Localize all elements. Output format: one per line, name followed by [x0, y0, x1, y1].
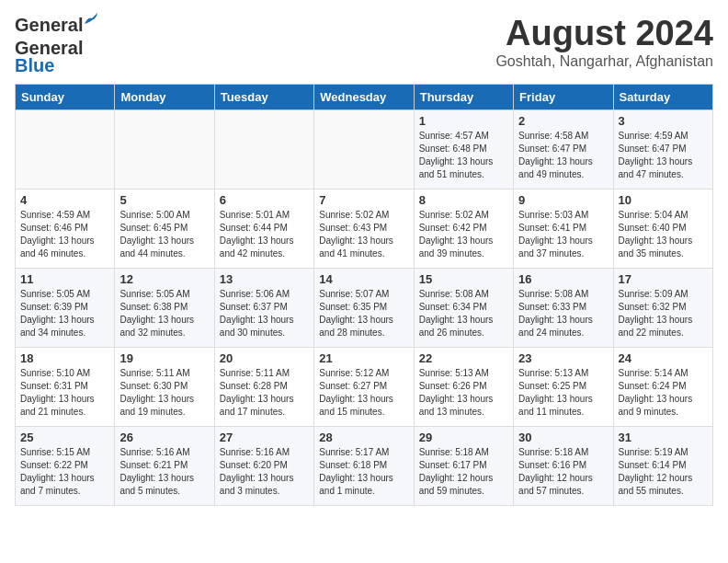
day-header: Thursday — [414, 85, 513, 110]
day-number: 14 — [319, 272, 408, 286]
day-info: Sunrise: 5:08 AM Sunset: 6:33 PM Dayligh… — [518, 288, 608, 339]
day-number: 6 — [220, 193, 309, 207]
calendar-cell: 1Sunrise: 4:57 AM Sunset: 6:48 PM Daylig… — [414, 110, 513, 190]
day-info: Sunrise: 4:59 AM Sunset: 6:46 PM Dayligh… — [20, 209, 109, 260]
day-number: 8 — [419, 193, 508, 207]
calendar-cell: 12Sunrise: 5:05 AM Sunset: 6:38 PM Dayli… — [115, 269, 214, 348]
day-info: Sunrise: 5:16 AM Sunset: 6:21 PM Dayligh… — [119, 446, 209, 498]
day-info: Sunrise: 5:08 AM Sunset: 6:34 PM Dayligh… — [419, 288, 508, 339]
calendar-cell: 3Sunrise: 4:59 AM Sunset: 6:47 PM Daylig… — [613, 110, 712, 190]
day-info: Sunrise: 5:18 AM Sunset: 6:16 PM Dayligh… — [518, 446, 608, 498]
day-number: 15 — [419, 272, 508, 286]
calendar-week-row: 25Sunrise: 5:15 AM Sunset: 6:22 PM Dayli… — [16, 427, 713, 506]
day-number: 11 — [20, 272, 109, 286]
calendar-week-row: 18Sunrise: 5:10 AM Sunset: 6:31 PM Dayli… — [16, 348, 713, 427]
day-info: Sunrise: 5:06 AM Sunset: 6:37 PM Dayligh… — [220, 288, 309, 339]
day-number: 23 — [518, 351, 608, 365]
calendar-cell: 30Sunrise: 5:18 AM Sunset: 6:16 PM Dayli… — [514, 427, 613, 506]
day-info: Sunrise: 5:01 AM Sunset: 6:44 PM Dayligh… — [220, 209, 309, 260]
calendar-cell: 11Sunrise: 5:05 AM Sunset: 6:39 PM Dayli… — [16, 269, 115, 348]
day-info: Sunrise: 5:13 AM Sunset: 6:26 PM Dayligh… — [419, 367, 508, 419]
day-number: 1 — [419, 114, 508, 128]
day-info: Sunrise: 5:05 AM Sunset: 6:38 PM Dayligh… — [119, 288, 209, 339]
day-number: 27 — [220, 431, 309, 444]
day-info: Sunrise: 5:11 AM Sunset: 6:30 PM Dayligh… — [119, 367, 209, 419]
calendar-week-row: 4Sunrise: 4:59 AM Sunset: 6:46 PM Daylig… — [16, 190, 713, 269]
logo-blue-text: Blue — [15, 55, 54, 75]
calendar-week-row: 11Sunrise: 5:05 AM Sunset: 6:39 PM Dayli… — [16, 269, 713, 348]
day-number: 21 — [319, 351, 408, 365]
day-number: 2 — [518, 114, 608, 128]
day-number: 5 — [119, 193, 209, 207]
day-header: Saturday — [613, 85, 712, 110]
day-info: Sunrise: 5:10 AM Sunset: 6:31 PM Dayligh… — [20, 367, 109, 419]
calendar-cell: 8Sunrise: 5:02 AM Sunset: 6:42 PM Daylig… — [414, 190, 513, 269]
calendar-cell: 7Sunrise: 5:02 AM Sunset: 6:43 PM Daylig… — [314, 190, 414, 269]
day-header: Tuesday — [214, 85, 313, 110]
day-info: Sunrise: 5:19 AM Sunset: 6:14 PM Dayligh… — [619, 446, 708, 498]
day-number: 9 — [518, 193, 608, 207]
logo-general: General — [15, 15, 83, 35]
day-number: 3 — [619, 114, 708, 128]
day-number: 18 — [20, 351, 109, 365]
calendar-cell: 16Sunrise: 5:08 AM Sunset: 6:33 PM Dayli… — [514, 269, 613, 348]
day-info: Sunrise: 5:02 AM Sunset: 6:43 PM Dayligh… — [319, 209, 408, 260]
calendar-cell: 6Sunrise: 5:01 AM Sunset: 6:44 PM Daylig… — [214, 190, 313, 269]
day-info: Sunrise: 5:18 AM Sunset: 6:17 PM Dayligh… — [419, 446, 508, 498]
logo: General General Blue — [15, 15, 99, 76]
day-info: Sunrise: 5:07 AM Sunset: 6:35 PM Dayligh… — [319, 288, 408, 339]
day-info: Sunrise: 5:13 AM Sunset: 6:25 PM Dayligh… — [518, 367, 608, 419]
day-info: Sunrise: 4:57 AM Sunset: 6:48 PM Dayligh… — [419, 130, 508, 181]
calendar-cell: 28Sunrise: 5:17 AM Sunset: 6:18 PM Dayli… — [314, 427, 414, 506]
calendar-table: SundayMondayTuesdayWednesdayThursdayFrid… — [15, 84, 713, 506]
calendar-cell — [314, 110, 414, 190]
calendar-cell: 23Sunrise: 5:13 AM Sunset: 6:25 PM Dayli… — [514, 348, 613, 427]
calendar-cell: 13Sunrise: 5:06 AM Sunset: 6:37 PM Dayli… — [214, 269, 313, 348]
day-info: Sunrise: 5:16 AM Sunset: 6:20 PM Dayligh… — [220, 446, 309, 498]
calendar-cell: 22Sunrise: 5:13 AM Sunset: 6:26 PM Dayli… — [414, 348, 513, 427]
day-number: 12 — [119, 272, 209, 286]
day-header: Monday — [115, 85, 214, 110]
day-number: 24 — [619, 351, 708, 365]
day-info: Sunrise: 5:09 AM Sunset: 6:32 PM Dayligh… — [619, 288, 708, 339]
calendar-cell: 2Sunrise: 4:58 AM Sunset: 6:47 PM Daylig… — [514, 110, 613, 190]
logo-bird-icon — [83, 11, 99, 28]
calendar-header-row: SundayMondayTuesdayWednesdayThursdayFrid… — [16, 85, 713, 110]
day-header: Wednesday — [314, 85, 414, 110]
month-title: August 2024 — [495, 15, 713, 53]
day-number: 30 — [518, 431, 608, 444]
calendar-cell: 31Sunrise: 5:19 AM Sunset: 6:14 PM Dayli… — [613, 427, 712, 506]
day-number: 29 — [419, 431, 508, 444]
calendar-cell: 18Sunrise: 5:10 AM Sunset: 6:31 PM Dayli… — [16, 348, 115, 427]
day-info: Sunrise: 5:00 AM Sunset: 6:45 PM Dayligh… — [119, 209, 209, 260]
calendar-cell: 24Sunrise: 5:14 AM Sunset: 6:24 PM Dayli… — [613, 348, 712, 427]
day-header: Sunday — [16, 85, 115, 110]
day-number: 13 — [220, 272, 309, 286]
day-info: Sunrise: 5:04 AM Sunset: 6:40 PM Dayligh… — [619, 209, 708, 260]
day-info: Sunrise: 5:03 AM Sunset: 6:41 PM Dayligh… — [518, 209, 608, 260]
calendar-cell: 10Sunrise: 5:04 AM Sunset: 6:40 PM Dayli… — [613, 190, 712, 269]
calendar-cell: 4Sunrise: 4:59 AM Sunset: 6:46 PM Daylig… — [16, 190, 115, 269]
day-info: Sunrise: 5:11 AM Sunset: 6:28 PM Dayligh… — [220, 367, 309, 419]
calendar-cell: 17Sunrise: 5:09 AM Sunset: 6:32 PM Dayli… — [613, 269, 712, 348]
calendar-cell: 15Sunrise: 5:08 AM Sunset: 6:34 PM Dayli… — [414, 269, 513, 348]
day-info: Sunrise: 5:15 AM Sunset: 6:22 PM Dayligh… — [20, 446, 109, 498]
calendar-cell: 21Sunrise: 5:12 AM Sunset: 6:27 PM Dayli… — [314, 348, 414, 427]
day-number: 25 — [20, 431, 109, 444]
day-number: 28 — [319, 431, 408, 444]
day-info: Sunrise: 5:14 AM Sunset: 6:24 PM Dayligh… — [619, 367, 708, 419]
calendar-cell: 14Sunrise: 5:07 AM Sunset: 6:35 PM Dayli… — [314, 269, 414, 348]
day-info: Sunrise: 4:59 AM Sunset: 6:47 PM Dayligh… — [619, 130, 708, 181]
day-header: Friday — [514, 85, 613, 110]
day-number: 17 — [619, 272, 708, 286]
header: General General Blue August 2024 Goshtah… — [15, 15, 713, 76]
calendar-cell: 5Sunrise: 5:00 AM Sunset: 6:45 PM Daylig… — [115, 190, 214, 269]
day-number: 31 — [619, 431, 708, 444]
day-number: 26 — [119, 431, 209, 444]
location: Goshtah, Nangarhar, Afghanistan — [495, 53, 713, 70]
calendar-cell: 20Sunrise: 5:11 AM Sunset: 6:28 PM Dayli… — [214, 348, 313, 427]
day-info: Sunrise: 5:12 AM Sunset: 6:27 PM Dayligh… — [319, 367, 408, 419]
calendar-week-row: 1Sunrise: 4:57 AM Sunset: 6:48 PM Daylig… — [16, 110, 713, 190]
day-number: 10 — [619, 193, 708, 207]
calendar-cell — [16, 110, 115, 190]
